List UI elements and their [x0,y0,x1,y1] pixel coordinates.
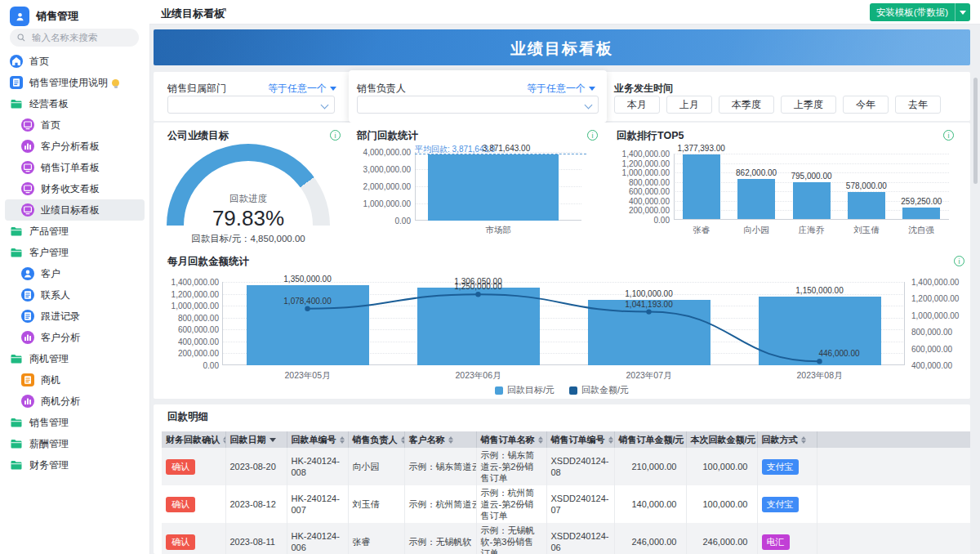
column-header-回款日期[interactable]: 回款日期 [225,431,287,448]
chart-legend: 回款目标/元回款金额/元 [154,384,970,396]
info-icon[interactable]: i [330,130,341,141]
info-icon[interactable]: i [587,130,598,141]
topbar: 业绩目标看板 安装模板(带数据) [149,0,980,25]
cell: 246,000.00 [614,523,686,554]
info-icon[interactable]: i [954,256,964,266]
time-button-今年[interactable]: 今年 [843,96,889,114]
time-button-本月[interactable]: 本月 [614,96,660,114]
legend-item-回款目标/元[interactable]: 回款目标/元 [495,384,555,396]
y-tick: 4,000,000.00 [354,148,411,157]
cell: 2023-08-12 [225,485,287,523]
sidebar-item-商机管理[interactable]: 商机管理 [5,348,145,369]
sidebar-item-财务收支看板[interactable]: 财务收支看板 [5,178,145,199]
sort-icon[interactable] [801,436,806,444]
confirm-button[interactable]: 确认 [166,497,195,512]
cell: 100,000.00 [686,448,757,485]
top5-bar-value: 862,000.00 [736,168,777,177]
y-tick: 1,000,000.00 [612,168,670,177]
scrollbar-thumb[interactable] [973,78,978,184]
sidebar-item-label: 经营看板 [29,97,69,111]
sidebar-item-业绩目标看板[interactable]: 业绩目标看板 [5,199,145,221]
time-button-上季度[interactable]: 上季度 [781,96,836,114]
search-input[interactable] [30,32,123,43]
info-icon[interactable]: i [943,130,954,141]
sidebar-item-经营看板[interactable]: 经营看板 [5,93,145,114]
confirm-button[interactable]: 确认 [166,459,195,475]
sort-icon[interactable] [401,436,405,444]
top5-bar-庄海乔[interactable] [793,182,831,220]
column-header-本次回款金额/元[interactable]: 本次回款金额/元 [686,431,757,448]
filter-owner-operator[interactable]: 等于任意一个 [527,82,595,96]
filter-department-operator[interactable]: 等于任意一个 [268,82,336,96]
install-template-button[interactable]: 安装模板(带数据) [870,3,970,21]
sidebar-item-联系人[interactable]: 联系人 [5,284,145,306]
filter-owner-select[interactable] [357,96,599,114]
sidebar-item-销售管理[interactable]: 销售管理 [5,412,145,433]
column-header-回款单编号[interactable]: 回款单编号 [287,431,348,448]
sidebar-item-客户分析看板[interactable]: 客户分析看板 [5,136,145,157]
sidebar-search[interactable] [10,29,139,47]
sidebar-item-产品管理[interactable]: 产品管理 [5,221,145,242]
sidebar-item-首页[interactable]: 首页 [5,114,145,136]
sort-desc-icon[interactable] [270,438,276,442]
time-button-去年[interactable]: 去年 [895,96,941,114]
confirm-button[interactable]: 确认 [166,534,195,550]
left-y-tick: 800,000.00 [162,313,219,322]
time-button-上月[interactable]: 上月 [666,96,712,114]
column-header-客户名称[interactable]: 客户名称 [404,431,476,448]
sidebar-item-客户管理[interactable]: 客户管理 [5,242,145,263]
cell: 210,000.00 [614,448,686,485]
sidebar-item-label: 联系人 [41,288,70,302]
cell: 张睿 [348,523,404,554]
fullscreen-icon[interactable] [216,7,228,18]
sidebar-item-销售订单看板[interactable]: 销售订单看板 [5,157,145,178]
y-tick: 1,200,000.00 [612,159,670,168]
top5-bar-刘玉倩[interactable] [848,192,885,219]
sidebar-item-label: 商机分析 [41,395,80,409]
sidebar-item-薪酬管理[interactable]: 薪酬管理 [5,433,145,454]
top5-bar-沈自强[interactable] [902,208,940,220]
time-button-本季度[interactable]: 本季度 [719,96,774,114]
folder-icon [10,225,23,238]
sidebar-item-跟进记录[interactable]: 跟进记录 [5,306,145,327]
x-axis-label: 庄海乔 [799,225,825,236]
table-row[interactable]: 确认2023-08-20HK-240124-008向小园示例：锡东简道云示例：锡… [162,448,970,485]
sidebar-item-首页[interactable]: 首页 [5,51,145,72]
sidebar-item-客户分析[interactable]: 客户分析 [5,327,145,348]
column-header-销售订单金额/元[interactable]: 销售订单金额/元 [614,431,686,448]
top5-bar-向小园[interactable] [737,179,775,220]
column-header-销售订单名称[interactable]: 销售订单名称 [476,431,546,448]
gauge-center-text: 回款进度 79.83% 回款目标/元：4,850,000.00 [167,193,330,245]
table-row[interactable]: 确认2023-08-12HK-240124-007刘玉倩示例：杭州简道云示例：杭… [162,485,970,523]
sidebar-item-财务管理[interactable]: 财务管理 [5,454,145,476]
filter-department-select[interactable] [167,96,335,114]
left-y-tick: 200,000.00 [162,349,219,358]
legend-label: 回款目标/元 [507,384,555,396]
y-tick: 1,400,000.00 [612,150,670,159]
legend-item-回款金额/元[interactable]: 回款金额/元 [569,384,629,396]
column-header-销售订单编号[interactable]: 销售订单编号 [546,431,614,448]
top5-bar-张睿[interactable] [683,154,720,219]
cell: 140,000.00 [614,485,686,523]
sort-icon[interactable] [340,436,345,444]
board-icon [21,182,34,195]
x-axis-label: 2023年05月 [284,370,330,382]
sort-icon[interactable] [448,436,453,444]
sidebar-item-商机[interactable]: 商机 [5,369,145,391]
sidebar-item-商机分析[interactable]: 商机分析 [5,391,145,412]
sort-icon[interactable] [538,436,543,444]
table-row[interactable]: 确认2023-08-11HK-240124-006张睿示例：无锡帆软示例：无锡帆… [162,523,970,554]
column-header-销售负责人[interactable]: 销售负责人 [348,431,404,448]
sidebar-item-销售管理使用说明[interactable]: 销售管理使用说明 [5,72,145,93]
y-tick: 2,000,000.00 [354,182,411,191]
sort-icon[interactable] [608,436,613,444]
bars-icon [21,331,34,344]
install-dropdown-caret[interactable] [955,3,970,21]
dept-bar-市场部[interactable] [428,154,559,221]
column-header-回款方式[interactable]: 回款方式 [757,431,817,448]
sidebar-item-客户[interactable]: 客户 [5,263,145,284]
sidebar-item-label: 财务管理 [29,458,69,472]
cell: 示例：无锡帆软 [404,523,476,554]
column-header-财务回款确认[interactable]: 财务回款确认 [162,431,225,448]
cell [817,523,970,554]
